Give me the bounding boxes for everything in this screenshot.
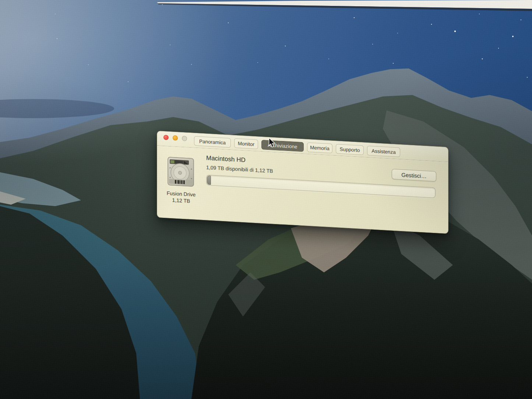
manage-button[interactable]: Gestisci… xyxy=(392,169,436,182)
tab-memoria[interactable]: Memoria xyxy=(307,142,332,153)
tab-monitor[interactable]: Monitor xyxy=(234,138,258,149)
traffic-lights xyxy=(163,135,187,141)
about-this-mac-window: Panoramica Monitor Archiviazione Memoria… xyxy=(157,131,448,234)
tab-supporto[interactable]: Supporto xyxy=(336,144,364,155)
minimize-button[interactable] xyxy=(173,135,178,141)
volume-availability: 1,09 TB disponibili di 1,12 TB xyxy=(206,164,273,174)
hard-drive-icon xyxy=(168,157,194,187)
zoom-button[interactable] xyxy=(182,136,187,141)
storage-bar-used xyxy=(207,176,211,185)
close-button[interactable] xyxy=(163,135,169,140)
tab-panoramica[interactable]: Panoramica xyxy=(194,136,231,148)
tab-assistenza[interactable]: Assistenza xyxy=(367,146,400,157)
volume-name: Macintosh HD xyxy=(206,154,246,164)
disk-label: Fusion Drive 1,12 TB xyxy=(157,189,205,205)
tab-archiviazione[interactable]: Archiviazione xyxy=(261,140,304,152)
